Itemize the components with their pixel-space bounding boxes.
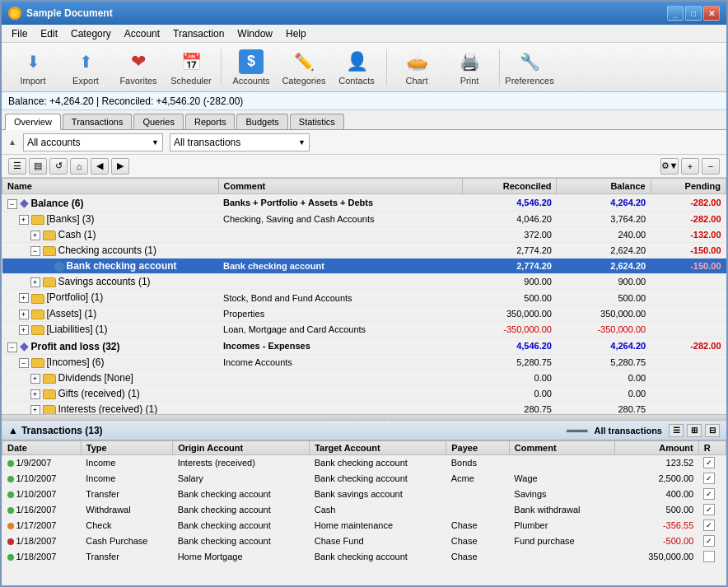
reconcile-checkbox[interactable] (703, 457, 715, 468)
reconcile-checkbox[interactable] (703, 504, 715, 515)
detail-view-button[interactable]: ▤ (29, 158, 47, 175)
accounts-button[interactable]: $ Accounts (226, 47, 276, 88)
reconcile-checkbox[interactable] (703, 473, 715, 484)
transaction-row[interactable]: 1/16/2007WithdrawalBank checking account… (2, 502, 726, 518)
transaction-row[interactable]: 1/18/2007Cash PurchaseBank checking acco… (2, 533, 726, 549)
close-button[interactable]: ✕ (703, 6, 720, 21)
reconcile-checkbox[interactable] (703, 551, 715, 562)
favorites-button[interactable]: ❤ Favorites (114, 47, 163, 88)
expand-btn[interactable]: + (30, 405, 40, 414)
chart-button[interactable]: 🥧 Chart (392, 47, 441, 88)
scheduler-button[interactable]: 📅 Scheduler (166, 47, 216, 88)
trans-col-date[interactable]: Date (2, 441, 82, 455)
trans-col-amount[interactable]: Amount (614, 441, 698, 455)
gear-button[interactable]: ⚙▼ (660, 158, 679, 175)
account-filter-select[interactable]: All accounts ▼ (23, 133, 163, 151)
transaction-row[interactable]: 1/10/2007IncomeSalaryBank checking accou… (2, 471, 726, 487)
expand-btn[interactable]: + (19, 293, 29, 303)
menu-help[interactable]: Help (279, 25, 313, 43)
add-button[interactable]: + (681, 158, 699, 175)
export-button[interactable]: ⬆ Export (61, 47, 110, 88)
categories-button[interactable]: ✏️ Categories (279, 47, 329, 88)
next-button[interactable]: ▶ (111, 158, 129, 175)
trans-col-payee[interactable]: Payee (446, 441, 510, 455)
account-row[interactable]: Bank checking accountBank checking accou… (2, 259, 726, 274)
menu-category[interactable]: Category (64, 25, 118, 43)
prev-button[interactable]: ◀ (91, 158, 109, 175)
trans-reconciled[interactable] (698, 455, 726, 471)
transaction-row[interactable]: 1/10/2007TransferBank checking accountBa… (2, 487, 726, 502)
contacts-button[interactable]: 👤 Contacts (332, 47, 381, 88)
expand-btn[interactable]: − (30, 246, 40, 256)
account-row[interactable]: +[Liabilities] (1)Loan, Mortgage and Car… (2, 321, 726, 337)
expand-btn[interactable]: − (7, 342, 17, 352)
trans-col-type[interactable]: Type (81, 441, 172, 455)
trans-reconciled[interactable] (698, 471, 726, 487)
transaction-row[interactable]: 1/9/2007IncomeInterests (received)Bank c… (2, 455, 726, 471)
menu-edit[interactable]: Edit (34, 25, 64, 43)
trans-expand-btn[interactable]: ⊞ (687, 424, 702, 437)
menu-transaction[interactable]: Transaction (166, 25, 231, 43)
expand-btn[interactable]: + (30, 374, 40, 384)
transaction-row[interactable]: 1/18/2007TransferHome MortgageBank check… (2, 549, 726, 565)
transaction-row[interactable]: 1/17/2007CheckBank checking accountHome … (2, 518, 726, 533)
expand-btn[interactable]: + (30, 389, 40, 399)
menu-file[interactable]: File (5, 25, 34, 43)
account-row[interactable]: +Gifts (received) (1)0.000.00 (2, 385, 726, 401)
transaction-filter-select[interactable]: All transactions ▼ (170, 133, 310, 151)
trans-col-r[interactable]: R (698, 441, 726, 455)
trans-col-target[interactable]: Target Account (310, 441, 446, 455)
home-button[interactable]: ⌂ (70, 158, 88, 175)
tab-overview[interactable]: Overview (5, 114, 61, 130)
tab-budgets[interactable]: Budgets (236, 114, 287, 129)
tab-queries[interactable]: Queries (133, 114, 184, 129)
trans-col-comment[interactable]: Comment (509, 441, 614, 455)
trans-reconciled[interactable] (698, 549, 726, 565)
account-row[interactable]: +[Portfolio] (1)Stock, Bond and Fund Acc… (2, 290, 726, 305)
account-row[interactable]: +Interests (received) (1)280.75280.75 (2, 402, 726, 414)
trans-reconciled[interactable] (698, 487, 726, 502)
account-row[interactable]: −◆Balance (6)Banks + Portfolio + Assets … (2, 194, 726, 212)
col-balance[interactable]: Balance (557, 179, 651, 194)
expand-btn[interactable]: − (19, 358, 29, 368)
menu-window[interactable]: Window (231, 25, 279, 43)
col-comment[interactable]: Comment (218, 179, 463, 194)
account-row[interactable]: +Cash (1)372.00240.00-132.00 (2, 227, 726, 243)
trans-collapse-btn[interactable]: ⊟ (705, 424, 720, 437)
trans-reconciled[interactable] (698, 502, 726, 518)
tab-statistics[interactable]: Statistics (290, 114, 344, 129)
list-view-button[interactable]: ☰ (8, 158, 26, 175)
reconcile-checkbox[interactable] (703, 488, 715, 500)
maximize-button[interactable]: □ (685, 6, 702, 21)
expand-btn[interactable]: + (19, 310, 29, 319)
expand-btn[interactable]: + (19, 325, 29, 335)
trans-list-btn[interactable]: ☰ (669, 424, 684, 437)
account-row[interactable]: +[Banks] (3)Checking, Saving and Cash Ac… (2, 212, 726, 227)
tab-reports[interactable]: Reports (185, 114, 236, 129)
col-name[interactable]: Name (2, 179, 219, 194)
import-button[interactable]: ⬇ Import (8, 47, 58, 88)
account-row[interactable]: −◆Profit and loss (32)Incomes - Expenses… (2, 337, 726, 354)
account-row[interactable]: +Savings accounts (1)900.00900.00 (2, 274, 726, 290)
reconcile-checkbox[interactable] (703, 519, 715, 531)
col-reconciled[interactable]: Reconciled (463, 179, 557, 194)
expand-btn[interactable]: + (30, 277, 40, 287)
trans-reconciled[interactable] (698, 533, 726, 549)
trans-col-origin[interactable]: Origin Account (173, 441, 310, 455)
account-row[interactable]: −[Incomes] (6)Income Accounts5,280.755,2… (2, 354, 726, 370)
account-row[interactable]: −Checking accounts (1)2,774.202,624.20-1… (2, 243, 726, 259)
menu-account[interactable]: Account (118, 25, 166, 43)
expand-btn[interactable]: + (30, 231, 40, 240)
splitter[interactable]: · · · · · · · · · (2, 414, 726, 421)
preferences-button[interactable]: 🔧 Preferences (505, 47, 554, 88)
reconcile-checkbox[interactable] (703, 535, 715, 547)
remove-button[interactable]: − (702, 158, 720, 175)
account-row[interactable]: +Dividends [None]0.000.00 (2, 370, 726, 385)
expand-btn[interactable]: − (7, 199, 17, 209)
print-button[interactable]: 🖨️ Print (445, 47, 494, 88)
minimize-button[interactable]: _ (667, 6, 684, 21)
col-pending[interactable]: Pending (651, 179, 726, 194)
refresh-button[interactable]: ↺ (49, 158, 68, 175)
account-row[interactable]: +[Assets] (1)Properties350,000.00350,000… (2, 305, 726, 321)
trans-reconciled[interactable] (698, 518, 726, 533)
